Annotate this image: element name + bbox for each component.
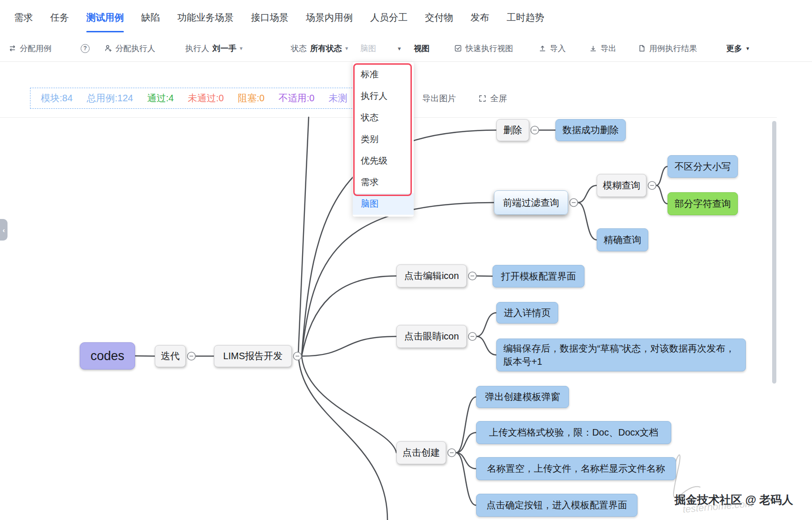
nav-tab-人员分工[interactable]: 人员分工 bbox=[370, 0, 408, 35]
assign-case-button[interactable]: 分配用例 bbox=[8, 35, 52, 61]
nav-tab-场景内用例[interactable]: 场景内用例 bbox=[306, 0, 353, 35]
stat-item-总用例: 总用例:124 bbox=[87, 92, 133, 105]
collapse-toggle-create[interactable] bbox=[448, 449, 456, 457]
nav-tab-任务[interactable]: 任务 bbox=[50, 0, 69, 35]
toolbar: 分配用例 ? 分配执行人 执行人 刘一手 ▾ 状态 所有状态 ▾ 脑图 ▾ 视图 bbox=[0, 35, 812, 62]
mindmap-node-nameempty[interactable]: 名称置空，上传文件，名称栏显示文件名称 bbox=[476, 457, 676, 480]
edge-create-confirm bbox=[456, 453, 476, 505]
nav-tab-缺陷[interactable]: 缺陷 bbox=[141, 0, 160, 35]
import-label: 导入 bbox=[550, 43, 566, 54]
mindmap-node-openconf[interactable]: 打开模板配置界面 bbox=[493, 265, 584, 287]
mindmap-node-upload[interactable]: 上传文档格式校验，限：Doc、Docx文档 bbox=[476, 421, 671, 444]
edge-fuzzy-partial bbox=[656, 186, 668, 204]
status-filter[interactable]: 状态 所有状态 ▾ bbox=[291, 35, 348, 61]
nav-tab-接口场景[interactable]: 接口场景 bbox=[251, 0, 288, 35]
export-button[interactable]: 导出 bbox=[589, 35, 616, 61]
mindmap-node-editicon[interactable]: 点击编辑icon bbox=[396, 264, 467, 287]
fullscreen-label: 全屏 bbox=[490, 93, 507, 104]
app: 需求任务测试用例缺陷功能业务场景接口场景场景内用例人员分工交付物发布工时趋势 分… bbox=[0, 0, 812, 520]
stat-item-阻塞: 阻塞:0 bbox=[238, 92, 265, 105]
import-button[interactable]: 导入 bbox=[539, 35, 566, 61]
caret-down-icon: ▼ bbox=[745, 46, 750, 51]
mindmap-view-dropdown: 标准执行人状态类别优先级需求脑图 bbox=[353, 62, 414, 217]
collapse-toggle-iter[interactable] bbox=[188, 352, 196, 360]
nav-tab-工时趋势[interactable]: 工时趋势 bbox=[507, 0, 544, 35]
assign-executor-button[interactable]: 分配执行人 bbox=[104, 35, 155, 61]
edge-codes-iter bbox=[135, 356, 155, 356]
view-mode-caret[interactable]: ▾ bbox=[398, 35, 401, 61]
mindmap-node-detail[interactable]: 进入详情页 bbox=[496, 302, 558, 324]
collapse-toggle-editicon[interactable] bbox=[469, 272, 477, 280]
edge-create-upload bbox=[456, 433, 476, 453]
mindmap-node-confirm[interactable]: 点击确定按钮，进入模板配置界面 bbox=[476, 494, 637, 517]
stat-item-未通过: 未通过:0 bbox=[188, 92, 224, 105]
fullscreen-button[interactable]: 全屏 bbox=[478, 88, 507, 109]
collapse-toggle-front[interactable] bbox=[570, 199, 578, 207]
edge-create-popup bbox=[456, 397, 476, 453]
dropdown-item-状态[interactable]: 状态 bbox=[353, 107, 414, 128]
executor-filter[interactable]: 执行人 刘一手 ▾ bbox=[185, 35, 243, 61]
nav-tab-功能业务场景[interactable]: 功能业务场景 bbox=[177, 0, 234, 35]
dropdown-item-标准[interactable]: 标准 bbox=[353, 64, 414, 85]
mindmap-node-draft[interactable]: 编辑保存后，数据变为“草稿”状态，对该数据再次发布，版本号+1 bbox=[496, 339, 746, 371]
export-label: 导出 bbox=[600, 43, 616, 54]
stat-item-模块: 模块:84 bbox=[41, 92, 73, 105]
nav-tab-测试用例[interactable]: 测试用例 bbox=[86, 0, 124, 35]
quick-exec-view-button[interactable]: 快速执行视图 bbox=[454, 35, 513, 61]
dropdown-items: 标准执行人状态类别优先级需求脑图 bbox=[353, 64, 414, 215]
edge-front-fuzzy bbox=[578, 186, 597, 203]
stat-item-未测: 未测 bbox=[329, 92, 348, 105]
collapse-toggle-del[interactable] bbox=[531, 126, 539, 134]
chevron-down-icon: ▾ bbox=[240, 45, 243, 52]
executor-filter-value: 刘一手 bbox=[212, 43, 236, 54]
mindmap-node-partial[interactable]: 部分字符查询 bbox=[668, 192, 738, 215]
view-mode-trigger[interactable]: 脑图 bbox=[360, 35, 376, 61]
mindmap-node-front[interactable]: 前端过滤查询 bbox=[494, 190, 568, 215]
nav-tab-交付物[interactable]: 交付物 bbox=[425, 0, 453, 35]
mindmap-node-nocase[interactable]: 不区分大小写 bbox=[668, 155, 738, 178]
view-mode-label: 脑图 bbox=[360, 43, 376, 54]
collapse-toggle-eyeicon[interactable] bbox=[469, 332, 477, 340]
dropdown-item-需求[interactable]: 需求 bbox=[353, 172, 414, 193]
collapse-toggle-lims[interactable] bbox=[294, 352, 302, 360]
edge-editicon-openconf bbox=[477, 276, 493, 277]
more-button[interactable]: 更多 ▼ bbox=[726, 35, 750, 61]
executor-filter-label: 执行人 bbox=[185, 43, 209, 54]
nav-tab-发布[interactable]: 发布 bbox=[471, 0, 489, 35]
export-image-label: 导出图片 bbox=[422, 93, 456, 104]
mindmap-node-exact[interactable]: 精确查询 bbox=[597, 228, 648, 251]
swap-arrows-icon bbox=[8, 45, 16, 52]
assign-case-label: 分配用例 bbox=[20, 43, 52, 54]
mindmap-node-fuzzy[interactable]: 模糊查询 bbox=[597, 174, 646, 197]
mindmap-node-create[interactable]: 点击创建 bbox=[396, 441, 446, 464]
edge-lims-eyeicon bbox=[302, 337, 396, 356]
watermark-flourish bbox=[672, 455, 700, 498]
collapse-toggle-fuzzy[interactable] bbox=[648, 181, 656, 189]
mindmap-node-delok[interactable]: 数据成功删除 bbox=[555, 119, 626, 141]
case-exec-result-button[interactable]: 用例执行结果 bbox=[638, 35, 697, 61]
export-image-button[interactable]: 导出图片 bbox=[422, 88, 456, 109]
dropdown-item-类别[interactable]: 类别 bbox=[353, 128, 414, 150]
vertical-scrollbar-thumb[interactable] bbox=[772, 121, 776, 384]
dropdown-item-优先级[interactable]: 优先级 bbox=[353, 150, 414, 172]
document-icon bbox=[638, 45, 646, 52]
mindmap-node-popup[interactable]: 弹出创建模板弹窗 bbox=[476, 386, 569, 408]
stat-item-不适用: 不适用:0 bbox=[279, 92, 315, 105]
quick-exec-view-label: 快速执行视图 bbox=[465, 43, 513, 54]
view-label: 视图 bbox=[414, 43, 430, 54]
mindmap-node-codes[interactable]: codes bbox=[80, 342, 135, 369]
nav-tab-需求[interactable]: 需求 bbox=[14, 0, 33, 35]
help-button[interactable]: ? bbox=[81, 35, 90, 61]
nav-tabs: 需求任务测试用例缺陷功能业务场景接口场景场景内用例人员分工交付物发布工时趋势 bbox=[0, 0, 812, 35]
person-add-icon bbox=[104, 45, 112, 52]
view-button[interactable]: 视图 bbox=[414, 35, 430, 61]
mindmap-node-lims[interactable]: LIMS报告开发 bbox=[214, 345, 292, 367]
mindmap-node-del[interactable]: 删除 bbox=[496, 119, 529, 141]
dropdown-item-脑图[interactable]: 脑图 bbox=[353, 193, 414, 215]
mindmap-node-iter[interactable]: 迭代 bbox=[155, 345, 186, 367]
help-icon: ? bbox=[81, 44, 90, 53]
check-square-icon bbox=[454, 45, 462, 52]
collapse-panel-handle[interactable]: ‹ bbox=[0, 219, 8, 241]
dropdown-item-执行人[interactable]: 执行人 bbox=[353, 85, 414, 107]
mindmap-node-eyeicon[interactable]: 点击眼睛icon bbox=[396, 325, 467, 348]
